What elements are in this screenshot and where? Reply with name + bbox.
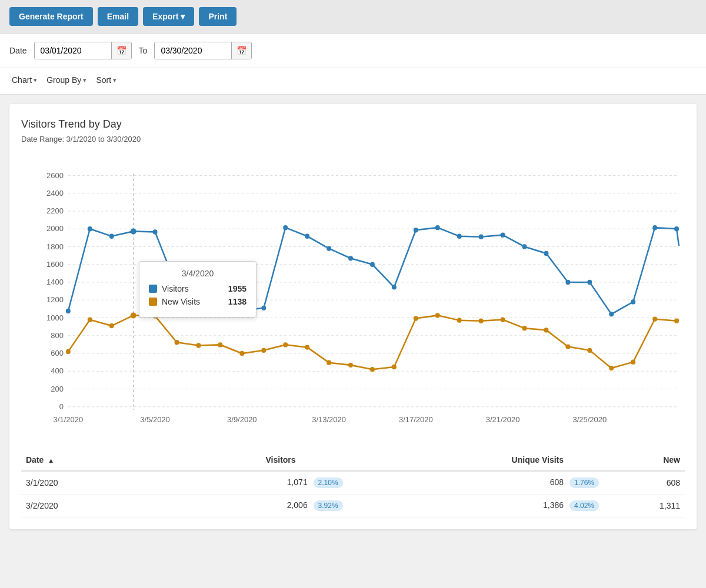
date-label: Date: [9, 46, 27, 55]
svg-text:400: 400: [51, 366, 64, 375]
svg-text:2000: 2000: [46, 224, 64, 233]
svg-point-37: [239, 308, 244, 313]
svg-text:1600: 1600: [46, 260, 64, 269]
svg-point-50: [522, 244, 527, 249]
svg-point-58: [66, 349, 71, 354]
col-unique: Unique Visits: [355, 449, 611, 471]
svg-point-80: [544, 328, 548, 332]
svg-point-56: [652, 225, 657, 230]
chart-arrow-icon: ▾: [34, 76, 37, 84]
svg-point-31: [109, 234, 114, 239]
svg-text:600: 600: [51, 349, 64, 358]
unique-badge: 1.76%: [570, 477, 599, 488]
sort-arrow-icon: ▾: [113, 76, 116, 84]
svg-text:3/21/2020: 3/21/2020: [486, 415, 520, 424]
cell-unique: 608 1.76%: [355, 471, 611, 495]
svg-point-39: [283, 225, 288, 230]
svg-text:3/9/2020: 3/9/2020: [227, 415, 257, 424]
generate-report-button[interactable]: Generate Report: [9, 7, 93, 26]
date-range-label: Date Range: 3/1/2020 to 3/30/2020: [21, 135, 685, 143]
cell-date: 3/2/2020: [21, 495, 124, 517]
svg-text:3/13/2020: 3/13/2020: [312, 415, 346, 424]
svg-point-62: [153, 313, 158, 318]
table-row: 3/2/2020 2,006 3.92% 1,386 4.02% 1,311: [21, 495, 685, 517]
svg-point-32: [131, 228, 136, 234]
svg-point-44: [392, 285, 397, 289]
svg-point-64: [196, 343, 201, 348]
chart-subtitle: by Day: [86, 118, 122, 130]
date-from-input[interactable]: [35, 42, 111, 59]
svg-point-83: [609, 366, 614, 370]
cell-visitors: 2,006 3.92%: [124, 495, 355, 517]
svg-point-48: [479, 235, 484, 239]
chart-area: .grid-line { stroke: #ddd; stroke-dashar…: [21, 155, 685, 437]
svg-point-36: [218, 296, 222, 300]
svg-text:3/25/2020: 3/25/2020: [572, 415, 607, 424]
svg-point-33: [153, 229, 158, 234]
svg-text:0: 0: [59, 402, 64, 411]
svg-point-43: [370, 262, 375, 267]
svg-point-70: [327, 360, 331, 365]
svg-point-46: [435, 225, 440, 230]
unique-badge: 4.02%: [570, 500, 599, 511]
svg-point-34: [175, 285, 179, 289]
date-from-wrap: 📅: [34, 42, 132, 59]
cell-visitors: 1,071 2.10%: [124, 471, 355, 495]
svg-point-63: [175, 340, 179, 345]
svg-point-30: [88, 226, 92, 231]
svg-point-84: [631, 359, 635, 364]
svg-point-68: [283, 342, 288, 347]
chart-label: Chart: [12, 75, 32, 85]
svg-point-52: [565, 280, 570, 285]
svg-point-41: [327, 246, 331, 250]
calendar-from-icon[interactable]: 📅: [111, 42, 131, 59]
to-label: To: [139, 46, 148, 55]
svg-point-82: [587, 348, 592, 353]
svg-point-47: [457, 234, 462, 239]
col-new: New: [611, 449, 685, 471]
svg-point-51: [544, 251, 548, 256]
main-content: Visitors Trend by Day Date Range: 3/1/20…: [9, 104, 697, 529]
svg-point-66: [239, 351, 244, 356]
svg-point-35: [196, 295, 201, 299]
col-date[interactable]: Date ▲: [21, 449, 124, 471]
calendar-to-icon[interactable]: 📅: [231, 42, 251, 59]
email-button[interactable]: Email: [98, 7, 138, 26]
cell-date: 3/1/2020: [21, 471, 124, 495]
table-header-row: Date ▲ Visitors Unique Visits New: [21, 449, 685, 471]
svg-text:1400: 1400: [46, 278, 64, 286]
svg-point-65: [218, 342, 222, 347]
sort-label: Sort: [96, 75, 111, 85]
data-table: Date ▲ Visitors Unique Visits New 3/1/20…: [21, 449, 685, 517]
export-button[interactable]: Export ▾: [143, 7, 194, 26]
svg-point-73: [392, 365, 397, 369]
svg-point-61: [131, 312, 136, 318]
svg-point-71: [348, 363, 353, 368]
cell-new: 608: [611, 471, 685, 495]
chart-title-bold: Visitors Trend: [21, 118, 86, 130]
svg-text:1000: 1000: [46, 313, 64, 322]
export-arrow-icon: ▾: [181, 12, 185, 21]
group-by-dropdown[interactable]: Group By ▾: [44, 72, 89, 88]
svg-point-59: [88, 317, 92, 322]
chart-title: Visitors Trend by Day: [21, 116, 685, 131]
svg-point-77: [479, 319, 484, 323]
cell-unique: 1,386 4.02%: [355, 495, 611, 517]
export-label: Export: [152, 12, 178, 21]
print-button[interactable]: Print: [199, 7, 237, 26]
svg-point-69: [305, 345, 309, 349]
chart-dropdown[interactable]: Chart ▾: [9, 72, 39, 88]
date-to-wrap: 📅: [154, 42, 252, 59]
svg-text:200: 200: [51, 384, 64, 393]
visitors-badge: 3.92%: [314, 500, 343, 511]
sort-dropdown[interactable]: Sort ▾: [94, 72, 119, 88]
svg-point-67: [261, 348, 266, 353]
svg-point-38: [261, 306, 266, 310]
svg-text:1200: 1200: [46, 295, 64, 304]
svg-point-55: [631, 299, 635, 304]
svg-text:1800: 1800: [46, 242, 64, 250]
date-to-input[interactable]: [155, 42, 231, 59]
svg-point-40: [305, 234, 309, 239]
svg-point-72: [370, 367, 375, 372]
svg-point-53: [587, 280, 592, 285]
